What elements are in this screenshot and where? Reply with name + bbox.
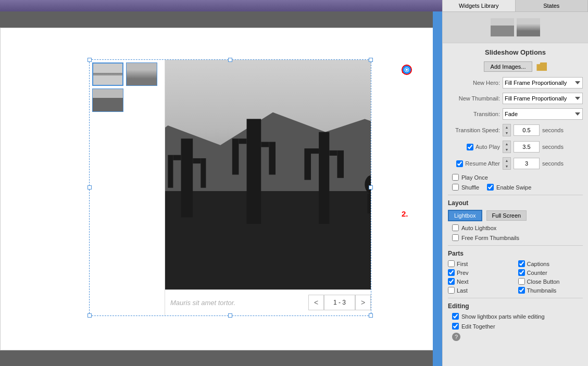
resume-after-checkbox[interactable] (456, 160, 463, 167)
annotation-2: 2. (402, 209, 408, 218)
part-counter-checkbox[interactable] (518, 269, 525, 276)
full-screen-button[interactable]: Full Screen (486, 210, 527, 221)
tab-widgets-library[interactable]: Widgets Library (443, 0, 516, 11)
tab-states[interactable]: States (516, 0, 589, 11)
transition-speed-label: Transition Speed: (448, 127, 500, 133)
transition-speed-up[interactable]: ▲ (503, 124, 510, 130)
blue-sidebar (433, 11, 442, 366)
new-hero-select[interactable]: Fill Frame Proportionally (503, 77, 583, 89)
resize-handle-tl[interactable] (87, 58, 92, 62)
resize-handle-t[interactable] (228, 58, 232, 62)
auto-play-label-area: Auto Play (448, 144, 500, 150)
auto-play-row: Auto Play ▲ ▼ 3.5 seconds (448, 141, 583, 153)
resize-handle-b[interactable] (228, 313, 232, 318)
auto-lightbox-checkbox[interactable] (452, 224, 459, 231)
nav-counter: 1 - 3 (324, 295, 355, 310)
folder-icon[interactable] (536, 62, 547, 71)
transition-speed-spinners: ▲ ▼ (503, 124, 511, 136)
svg-rect-10 (232, 138, 239, 174)
part-first-checkbox[interactable] (448, 260, 455, 267)
show-parts-checkbox[interactable] (452, 313, 459, 320)
shuffle-row: Shuffle (452, 184, 479, 191)
show-parts-label: Show lightbox parts while editing (461, 313, 545, 320)
auto-play-checkbox[interactable] (467, 144, 473, 150)
svg-rect-14 (311, 148, 319, 154)
enable-swipe-checkbox[interactable] (487, 184, 494, 191)
edit-together-label: Edit Together (461, 323, 495, 330)
play-once-checkbox[interactable] (452, 174, 459, 181)
transition-select[interactable]: Fade (503, 108, 583, 120)
part-next-checkbox[interactable] (448, 278, 455, 285)
resize-handle-tr[interactable] (369, 58, 373, 62)
play-once-row: Play Once (448, 174, 583, 181)
part-last-checkbox[interactable] (448, 287, 455, 294)
auto-play-up[interactable]: ▲ (503, 141, 510, 147)
svg-rect-12 (269, 142, 276, 174)
resume-after-label-area: Resume After (448, 160, 500, 167)
part-next-label: Next (457, 279, 469, 285)
new-hero-label: New Hero: (448, 80, 500, 86)
svg-rect-11 (261, 142, 269, 147)
divider-3 (448, 298, 583, 298)
thumb-row-2 (92, 89, 162, 112)
options-panel: Slideshow Options Add Images... New Hero… (443, 43, 588, 366)
transition-speed-input[interactable]: 0.5 (514, 124, 540, 136)
thumbnail-2[interactable] (126, 62, 157, 86)
resize-handle-br[interactable] (369, 313, 373, 318)
nav-prev-button[interactable]: < (308, 295, 324, 310)
resume-after-down[interactable]: ▼ (503, 163, 510, 169)
thumbnail-3[interactable] (92, 89, 123, 112)
part-captions-checkbox[interactable] (518, 260, 525, 267)
lightbox-button[interactable]: Lightbox (448, 210, 482, 221)
resume-after-row: Resume After ▲ ▼ 3 seconds (448, 157, 583, 170)
auto-play-down[interactable]: ▼ (503, 147, 510, 153)
edit-together-checkbox[interactable] (452, 323, 459, 330)
transition-row: Transition: Fade (448, 108, 583, 120)
part-thumbnails-checkbox[interactable] (518, 287, 525, 294)
resize-handle-r[interactable] (369, 185, 373, 190)
svg-rect-13 (319, 132, 329, 223)
part-first: First (448, 260, 513, 267)
marker-2-text: 2. (402, 209, 408, 218)
shuffle-checkbox[interactable] (452, 184, 459, 191)
new-thumbnail-select[interactable]: Fill Frame Proportionally (503, 93, 583, 104)
resume-after-label: Resume After (465, 160, 500, 167)
part-last: Last (448, 287, 513, 294)
editing-title: Editing (448, 302, 583, 310)
auto-lightbox-label: Auto Lightbox (461, 225, 496, 231)
part-close-button-checkbox[interactable] (518, 278, 525, 285)
resize-handle-l[interactable] (87, 185, 92, 190)
resume-after-input[interactable]: 3 (514, 158, 540, 169)
resize-handle-bl[interactable] (87, 313, 92, 318)
thumbnail-1[interactable] (92, 62, 123, 86)
part-next: Next (448, 278, 513, 285)
layout-buttons-row: Lightbox Full Screen (448, 210, 583, 221)
free-form-thumbnails-row: Free Form Thumbnails (448, 234, 583, 241)
free-form-thumbnails-checkbox[interactable] (452, 234, 459, 241)
part-last-label: Last (457, 287, 468, 294)
auto-play-input[interactable]: 3.5 (514, 141, 540, 153)
nav-next-button[interactable]: > (355, 295, 371, 310)
divider-1 (448, 195, 583, 195)
transition-speed-row: Transition Speed: ▲ ▼ 0.5 seconds (448, 124, 583, 136)
resume-after-spinners: ▲ ▼ (503, 157, 511, 170)
part-prev-checkbox[interactable] (448, 269, 455, 276)
show-parts-row: Show lightbox parts while editing (448, 313, 583, 320)
thumbnails-sidebar (90, 60, 165, 315)
slideshow-widget[interactable]: Mauris sit amet tortor. < 1 - 3 > (89, 59, 371, 316)
transition-speed-down[interactable]: ▼ (503, 130, 510, 136)
edit-together-row: Edit Together (448, 323, 583, 330)
shuffle-label: Shuffle (461, 184, 479, 191)
svg-rect-7 (201, 158, 206, 188)
canvas-area: Mauris sit amet tortor. < 1 - 3 > 1. 2 (0, 11, 447, 366)
main-image-bg (165, 60, 371, 289)
add-images-button[interactable]: Add Images... (484, 61, 533, 72)
svg-rect-8 (247, 119, 261, 224)
svg-rect-17 (337, 150, 344, 178)
svg-rect-9 (239, 138, 246, 144)
parts-grid: First Captions Prev Counter Next Close B… (448, 260, 583, 294)
main-image-area (165, 60, 371, 289)
resume-after-up[interactable]: ▲ (503, 158, 510, 163)
help-icon[interactable]: ? (452, 333, 460, 341)
annotation-1: 1. (402, 66, 408, 74)
